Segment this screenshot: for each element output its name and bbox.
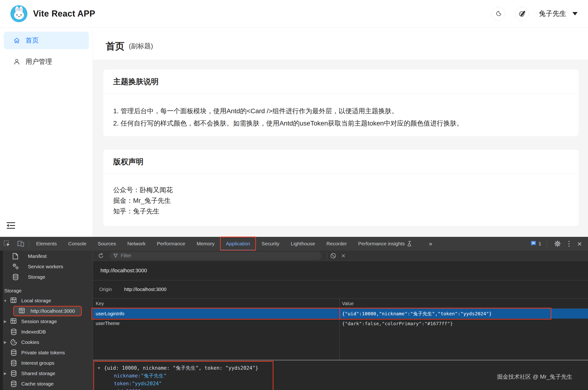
cookie-icon xyxy=(10,339,17,345)
sidebar-item-storage-top[interactable]: Storage xyxy=(0,272,93,282)
card-title: 主题换肤说明 xyxy=(103,69,579,94)
watermark: 掘金技术社区 @ Mr_兔子先生 xyxy=(497,373,572,381)
origin-label: Origin xyxy=(99,287,112,292)
issues-button[interactable]: 1 xyxy=(530,241,541,247)
value-column-header[interactable]: Value xyxy=(342,299,354,308)
filter-input[interactable] xyxy=(121,253,310,258)
table-grid-icon xyxy=(10,297,17,304)
delete-selected-icon[interactable]: × xyxy=(340,252,347,259)
tree-item-session-storage[interactable]: ▶ Session storage xyxy=(0,316,93,327)
menu-fold-icon[interactable] xyxy=(6,221,16,230)
object-property: uid: 10000 xyxy=(94,388,273,390)
key-column-header[interactable]: Key xyxy=(96,299,104,308)
selected-storage-origin[interactable]: http://localhost:3000 xyxy=(13,306,82,316)
sidebar-item-label: 用户管理 xyxy=(26,57,52,66)
database-icon xyxy=(10,370,17,377)
refresh-icon[interactable] xyxy=(96,251,106,260)
dark-mode-toggle-button[interactable] xyxy=(492,7,505,21)
storage-database-icon xyxy=(12,274,19,280)
theme-skin-card: 主题换肤说明 1. 管理后台中，每一个面板模块，使用Antd的<Card />组… xyxy=(103,69,579,136)
moon-icon xyxy=(495,10,502,17)
table-row-userTheme[interactable]: userTheme {"dark":false,"colorPrimary":"… xyxy=(93,319,588,329)
tree-item-localhost-3000[interactable]: http://localhost:3000 xyxy=(0,306,93,316)
tab-recorder[interactable]: Recorder xyxy=(321,237,352,250)
origin-row: Origin http://localhost:3000 xyxy=(93,280,588,299)
sidebar-item-label: 首页 xyxy=(26,36,39,45)
object-property: token: "yyds2024" xyxy=(94,380,273,388)
collapsed-triangle-icon[interactable]: ▶ xyxy=(0,371,10,376)
tab-performance[interactable]: Performance xyxy=(151,237,191,250)
tab-performance-insights[interactable]: Performance insights xyxy=(352,237,418,250)
row-value: {"dark":false,"colorPrimary":"#1677ff"} xyxy=(342,319,453,328)
devtools-tabbar: Elements Console Sources Network Perform… xyxy=(0,237,588,250)
page-title: 首页 xyxy=(106,40,125,53)
table-header: Key Value xyxy=(93,299,588,309)
tree-item-private-state-tokens[interactable]: Private state tokens xyxy=(0,347,93,358)
annotation-red-box: ▼ {uid: 10000, nickname: "兔子先生", token: … xyxy=(93,361,273,390)
column-divider[interactable] xyxy=(339,299,340,308)
issues-count: 1 xyxy=(538,241,541,246)
table-row-userLoginInfo[interactable]: userLoginInfo {"uid":10000,"nickname":"兔… xyxy=(93,309,588,319)
header-actions: 兔子先生 xyxy=(492,7,578,21)
tab-security[interactable]: Security xyxy=(256,237,285,250)
collapsed-triangle-icon[interactable]: ▶ xyxy=(0,340,10,344)
database-icon xyxy=(10,349,17,356)
kebab-menu-icon[interactable] xyxy=(566,240,571,248)
expand-triangle-icon[interactable]: ▼ xyxy=(0,299,10,303)
card-line: 1. 管理后台中，每一个面板模块，使用Antd的<Card />组件进行作为最外… xyxy=(113,105,569,117)
application-sidebar: Manifest xyxy=(0,250,93,390)
tree-item-shared-storage[interactable]: ▶ Shared storage xyxy=(0,368,93,379)
more-tabs-button[interactable]: » xyxy=(429,240,432,247)
tree-item-cache-storage[interactable]: Cache storage xyxy=(0,379,93,389)
object-property: nickname: "兔子先生" xyxy=(94,372,273,380)
app-header: Vite React APP xyxy=(0,0,588,28)
user-icon xyxy=(13,58,20,65)
user-name: 兔子先生 xyxy=(539,9,566,18)
settings-gear-icon[interactable] xyxy=(553,239,562,248)
issues-bubble-icon xyxy=(530,241,537,247)
database-icon xyxy=(10,360,17,366)
sidebar-item-manifest[interactable]: Manifest xyxy=(0,251,93,261)
divider xyxy=(327,252,327,259)
sidebar-item-service-workers[interactable]: Service workers xyxy=(0,261,93,272)
card-line: 2. 任何自行写的样式颜色，都不会换肤。如需换肤，使用Antd的useToken… xyxy=(113,117,569,130)
tree-item-cookies[interactable]: ▶ Cookies xyxy=(0,337,93,347)
theme-skin-button[interactable] xyxy=(515,7,529,21)
row-key: userLoginInfo xyxy=(96,309,124,319)
device-toolbar-icon[interactable] xyxy=(14,237,27,250)
tab-sources[interactable]: Sources xyxy=(92,237,122,250)
tab-console[interactable]: Console xyxy=(63,237,92,250)
tab-elements[interactable]: Elements xyxy=(31,237,63,250)
object-expander-icon[interactable]: ▼ xyxy=(98,366,104,370)
tree-item-indexeddb[interactable]: IndexedDB xyxy=(0,327,93,337)
storage-panel: × http://localhost:3000 Origin http://lo… xyxy=(93,250,588,390)
origin-value: http://localhost:3000 xyxy=(124,287,166,292)
tab-lighthouse[interactable]: Lighthouse xyxy=(285,237,321,250)
user-menu[interactable]: 兔子先生 xyxy=(539,9,578,18)
collapsed-triangle-icon[interactable]: ▶ xyxy=(0,319,10,324)
devtools-panel: Elements Console Sources Network Perform… xyxy=(0,237,588,390)
tab-network[interactable]: Network xyxy=(122,237,151,250)
column-divider xyxy=(339,309,340,319)
filter-field[interactable] xyxy=(109,252,322,260)
tree-item-interest-groups[interactable]: Interest groups xyxy=(0,358,93,368)
tab-memory[interactable]: Memory xyxy=(191,237,220,250)
database-icon xyxy=(10,381,17,387)
clear-all-icon[interactable] xyxy=(328,251,338,260)
column-divider xyxy=(339,329,340,360)
tree-item-local-storage[interactable]: ▼ Local storage xyxy=(0,295,93,306)
column-divider xyxy=(339,319,340,328)
row-value: {"uid":10000,"nickname":"兔子先生","token":"… xyxy=(342,309,492,319)
storage-toolbar: × xyxy=(93,250,588,261)
sidebar-item-users[interactable]: 用户管理 xyxy=(4,53,89,70)
filter-funnel-icon xyxy=(113,253,118,258)
row-key: userTheme xyxy=(96,319,120,328)
inspect-element-icon[interactable] xyxy=(0,237,14,250)
page-content: 主题换肤说明 1. 管理后台中，每一个面板模块，使用Antd的<Card />组… xyxy=(93,59,588,226)
table-grid-icon xyxy=(10,318,17,325)
sidebar-item-home[interactable]: 首页 xyxy=(4,32,89,49)
close-devtools-icon[interactable]: × xyxy=(576,240,583,248)
tab-application[interactable]: Application xyxy=(220,237,256,250)
storage-origin-title: http://localhost:3000 xyxy=(93,261,588,280)
database-icon xyxy=(10,329,17,335)
